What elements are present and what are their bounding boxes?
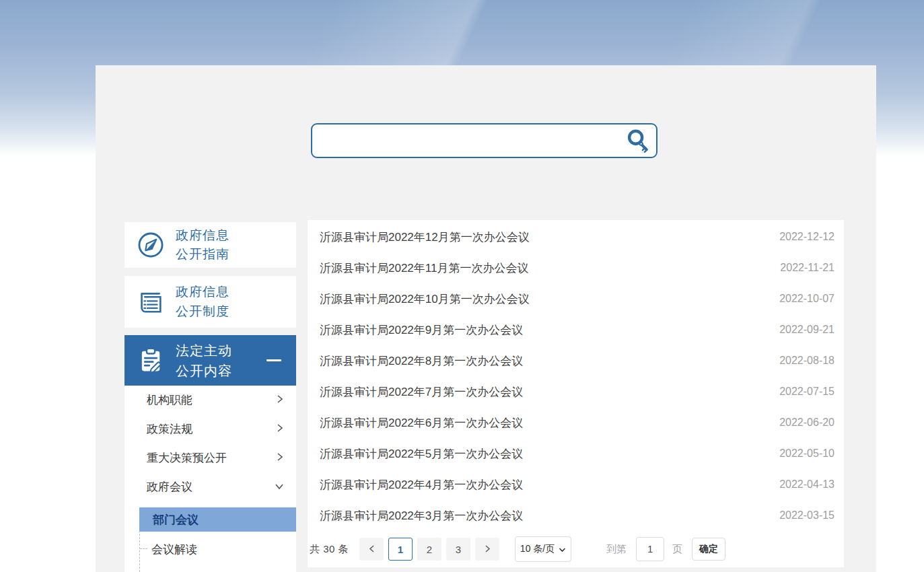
- search-input[interactable]: [322, 128, 623, 153]
- menu-item-major-decisions[interactable]: 重大决策预公开: [125, 443, 296, 472]
- sidebar-item-gov-info-guide[interactable]: 政府信息 公开指南: [125, 222, 296, 268]
- chevron-down-icon: [559, 544, 566, 555]
- article-title[interactable]: 沂源县审计局2022年4月第一次办公会议: [320, 477, 523, 493]
- menu-item-label: 政府会议: [147, 479, 192, 495]
- search-bar: [311, 123, 658, 158]
- pagination-bar: 共 30 条 1 2 3 10 条/页: [308, 531, 844, 567]
- article-date: 2022-12-12: [779, 231, 834, 243]
- page-button-3[interactable]: 3: [446, 538, 470, 561]
- submenu-item-label: 部门会议: [153, 512, 199, 528]
- article-title[interactable]: 沂源县审计局2022年6月第一次办公会议: [320, 415, 523, 431]
- clipboard-pencil-icon: [135, 345, 166, 376]
- article-date: 2022-03-15: [779, 509, 834, 522]
- sidebar-item-label: 政府信息 公开指南: [176, 226, 229, 264]
- page-size-select[interactable]: 10 条/页: [515, 536, 571, 562]
- sidebar-item-legal-disclosure[interactable]: 法定主动 公开内容: [125, 335, 296, 386]
- article-title[interactable]: 沂源县审计局2022年11月第一次办公会议: [320, 260, 528, 276]
- page-button-2[interactable]: 2: [417, 538, 441, 561]
- article-date: 2022-08-18: [779, 355, 834, 367]
- goto-page-label: 到第: [606, 543, 627, 556]
- article-list: 沂源县审计局2022年12月第一次办公会议 2022-12-12 沂源县审计局2…: [308, 220, 844, 531]
- article-title[interactable]: 沂源县审计局2022年10月第一次办公会议: [320, 291, 530, 307]
- article-date: 2022-11-21: [780, 262, 834, 274]
- search-button[interactable]: [623, 126, 652, 155]
- chevron-left-icon: [368, 544, 376, 555]
- search-key-icon: [625, 128, 650, 153]
- article-date: 2022-04-13: [779, 478, 834, 491]
- article-title[interactable]: 沂源县审计局2022年7月第一次办公会议: [320, 384, 523, 400]
- menu-item-org-functions[interactable]: 机构职能: [125, 386, 296, 415]
- article-list-panel: 沂源县审计局2022年12月第一次办公会议 2022-12-12 沂源县审计局2…: [308, 220, 844, 567]
- article-date: 2022-09-21: [779, 324, 834, 336]
- confirm-button[interactable]: 确定: [692, 538, 725, 561]
- list-item[interactable]: 沂源县审计局2022年6月第一次办公会议 2022-06-20: [308, 407, 844, 438]
- list-item[interactable]: 沂源县审计局2022年9月第一次办公会议 2022-09-21: [308, 314, 844, 345]
- sidebar-submenu: 机构职能 政策法规 重大决策预公开: [125, 386, 296, 572]
- article-title[interactable]: 沂源县审计局2022年5月第一次办公会议: [320, 446, 523, 462]
- spacer: [125, 501, 296, 507]
- sidebar: 政府信息 公开指南 政府信息: [125, 222, 296, 572]
- chevron-right-icon: [484, 544, 491, 555]
- next-page-button[interactable]: [475, 538, 499, 561]
- list-item[interactable]: 沂源县审计局2022年8月第一次办公会议 2022-08-18: [308, 345, 844, 376]
- page-unit-label: 页: [672, 543, 682, 556]
- pagination-total: 共 30 条: [310, 543, 349, 556]
- submenu-item-meeting-interpretation[interactable]: 会议解读: [125, 532, 296, 567]
- article-title[interactable]: 沂源县审计局2022年8月第一次办公会议: [320, 353, 523, 369]
- list-item[interactable]: 沂源县审计局2022年3月第一次办公会议 2022-03-15: [308, 500, 844, 531]
- menu-item-label: 政策法规: [147, 421, 192, 437]
- list-item[interactable]: 沂源县审计局2022年7月第一次办公会议 2022-07-15: [308, 376, 844, 407]
- minus-icon: [266, 359, 281, 361]
- list-item[interactable]: 沂源县审计局2022年10月第一次办公会议 2022-10-07: [308, 283, 844, 314]
- chevron-right-icon: [276, 423, 284, 436]
- article-title[interactable]: 沂源县审计局2022年12月第一次办公会议: [320, 229, 530, 245]
- article-date: 2022-05-10: [779, 448, 834, 460]
- article-title[interactable]: 沂源县审计局2022年3月第一次办公会议: [320, 508, 523, 524]
- page-size-value: 10 条/页: [520, 543, 555, 555]
- menu-item-policies[interactable]: 政策法规: [125, 415, 296, 443]
- sidebar-item-label: 政府信息 公开制度: [176, 283, 229, 321]
- submenu-item-label: 会议解读: [151, 542, 197, 557]
- chevron-right-icon: [276, 394, 284, 407]
- article-title[interactable]: 沂源县审计局2022年9月第一次办公会议: [320, 322, 523, 338]
- chevron-down-icon: [275, 480, 284, 494]
- chevron-right-icon: [276, 452, 284, 465]
- goto-page-input[interactable]: [636, 537, 664, 561]
- submenu-item-department-meetings[interactable]: 部门会议: [139, 507, 296, 532]
- sidebar-item-label: 法定主动 公开内容: [176, 341, 232, 381]
- compass-icon: [135, 229, 166, 260]
- prev-page-button[interactable]: [359, 538, 384, 561]
- notebook-icon: [135, 287, 166, 318]
- list-item[interactable]: 沂源县审计局2022年4月第一次办公会议 2022-04-13: [308, 469, 844, 500]
- article-date: 2022-10-07: [779, 293, 834, 305]
- content-column: 政府信息 公开指南 政府信息: [96, 65, 876, 572]
- list-item[interactable]: 沂源县审计局2022年12月第一次办公会议 2022-12-12: [308, 221, 844, 252]
- article-date: 2022-07-15: [779, 386, 834, 398]
- list-item[interactable]: 沂源县审计局2022年5月第一次办公会议 2022-05-10: [308, 438, 844, 469]
- tree-line: [140, 548, 147, 549]
- menu-item-label: 机构职能: [147, 392, 192, 408]
- page-button-1[interactable]: 1: [388, 538, 413, 561]
- page: 政府信息 公开指南 政府信息: [0, 0, 924, 572]
- list-item[interactable]: 沂源县审计局2022年11月第一次办公会议 2022-11-21: [308, 252, 844, 283]
- sidebar-item-gov-info-system[interactable]: 政府信息 公开制度: [125, 276, 296, 328]
- article-date: 2022-06-20: [779, 417, 834, 429]
- menu-item-label: 重大决策预公开: [147, 450, 227, 466]
- menu-item-gov-meetings[interactable]: 政府会议: [125, 472, 296, 501]
